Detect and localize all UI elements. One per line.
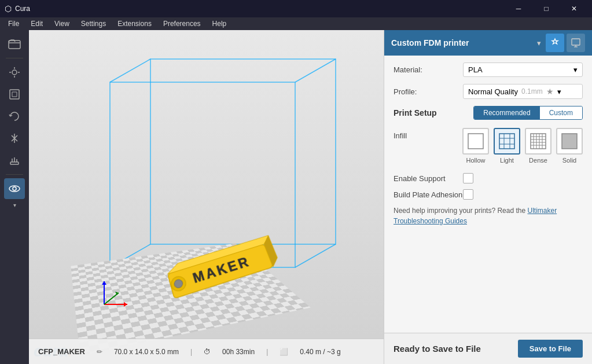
- menu-view[interactable]: View: [49, 19, 75, 29]
- axes-indicator: [98, 275, 133, 312]
- profile-star-icon[interactable]: ★: [546, 87, 554, 96]
- print-setup-header: Print Setup Recommended Custom: [394, 106, 583, 120]
- profile-dropdown-chevron: ▾: [557, 87, 561, 96]
- print-setup-title: Print Setup: [394, 108, 473, 117]
- svg-marker-19: [124, 302, 127, 307]
- bottom-panel: Ready to Save to File Save to File: [384, 333, 592, 364]
- menu-preferences[interactable]: Preferences: [157, 19, 207, 29]
- profile-dropdown[interactable]: Normal Quality 0.1mm ★ ▾: [463, 84, 583, 99]
- printer-settings-icon-btn[interactable]: [546, 34, 564, 52]
- right-panel: Custom FDM printer ▾: [384, 30, 592, 364]
- svg-point-5: [13, 187, 16, 190]
- ready-text: Ready to Save to File: [394, 344, 481, 354]
- svg-rect-25: [468, 134, 483, 149]
- maximize-button[interactable]: □: [533, 0, 560, 17]
- save-to-file-button[interactable]: Save to File: [518, 340, 583, 358]
- toolbar-divider-1: [6, 58, 23, 58]
- svg-line-9: [295, 59, 336, 82]
- toolbar-divider-2: [6, 174, 23, 175]
- svg-rect-3: [10, 162, 19, 164]
- infill-light-icon: [494, 128, 520, 155]
- infill-dense-label: Dense: [529, 157, 547, 164]
- support-tool-button[interactable]: [4, 150, 25, 171]
- material-control: PLA ▾: [463, 62, 583, 77]
- menu-file[interactable]: File: [2, 19, 25, 29]
- infill-option-dense[interactable]: Dense: [525, 128, 551, 164]
- svg-line-8: [110, 59, 150, 82]
- help-text-static: Need help improving your prints? Read th…: [394, 207, 527, 215]
- build-plate-row: Build Plate Adhesion: [394, 189, 583, 200]
- menu-help[interactable]: Help: [207, 19, 233, 29]
- svg-rect-0: [9, 41, 20, 49]
- material-dropdown[interactable]: PLA ▾: [463, 62, 583, 77]
- menubar: File Edit View Settings Extensions Prefe…: [0, 17, 592, 30]
- close-button[interactable]: ✕: [561, 0, 587, 17]
- app-title: Cura: [15, 5, 30, 13]
- svg-marker-20: [102, 281, 106, 285]
- left-toolbar: ▾: [0, 30, 29, 364]
- svg-rect-7: [150, 59, 336, 244]
- minimize-button[interactable]: ─: [505, 0, 532, 17]
- infill-option-solid[interactable]: Solid: [556, 128, 583, 164]
- view-dropdown-button[interactable]: ▾: [4, 200, 25, 209]
- material-row: Material: PLA ▾: [394, 62, 583, 77]
- infill-option-light[interactable]: Light: [494, 128, 520, 164]
- infill-hollow-label: Hollow: [466, 157, 485, 164]
- infill-hollow-icon: [462, 128, 489, 155]
- app-logo-icon: ⬡: [5, 4, 12, 13]
- open-folder-button[interactable]: [4, 34, 25, 54]
- help-text: Need help improving your prints? Read th…: [394, 205, 583, 226]
- printer-dropdown-icon[interactable]: ▾: [537, 39, 541, 47]
- infill-row: Infill Hollow: [394, 128, 583, 164]
- info-separator-1: |: [190, 348, 192, 356]
- profile-row: Profile: Normal Quality 0.1mm ★ ▾: [394, 84, 583, 99]
- printer-header: Custom FDM printer ▾: [384, 30, 592, 56]
- material-value: PLA: [468, 65, 483, 74]
- clock-icon: ⏱: [204, 348, 211, 356]
- bottom-info-bar: CFP_MAKER ✏ 70.0 x 14.0 x 5.0 mm | ⏱ 00h…: [29, 339, 384, 364]
- enable-support-label: Enable Support: [394, 174, 463, 183]
- profile-hint: 0.1mm: [521, 87, 543, 95]
- recommended-tab[interactable]: Recommended: [474, 106, 539, 119]
- viewport: MAKER cura. CFP_MAKER ✏ 70.0 x 14.0 x 5.…: [29, 30, 384, 364]
- infill-option-hollow[interactable]: Hollow: [462, 128, 489, 164]
- printer-name-label: Custom FDM printer: [391, 38, 532, 47]
- infill-label: Infill: [394, 128, 462, 140]
- move-tool-button[interactable]: [4, 62, 25, 83]
- infill-options: Hollow Light: [462, 128, 583, 164]
- scale-tool-button[interactable]: [4, 84, 25, 105]
- filament-icon: ⬜: [280, 348, 288, 356]
- material-label: Material:: [394, 65, 463, 74]
- mirror-tool-button[interactable]: [4, 128, 25, 149]
- titlebar: ⬡ Cura ─ □ ✕: [0, 0, 592, 17]
- menu-extensions[interactable]: Extensions: [112, 19, 157, 29]
- printer-monitor-icon-btn[interactable]: [567, 34, 585, 52]
- svg-rect-22: [572, 39, 580, 45]
- infill-solid-icon: [556, 128, 583, 155]
- enable-support-checkbox[interactable]: [463, 173, 473, 183]
- main-layout: ▾: [0, 30, 592, 364]
- svg-rect-40: [562, 134, 577, 149]
- material-dropdown-chevron: ▾: [573, 65, 578, 74]
- infill-light-label: Light: [500, 157, 514, 164]
- svg-rect-2: [10, 90, 19, 99]
- object-dimensions: 70.0 x 14.0 x 5.0 mm: [114, 348, 179, 356]
- menu-settings[interactable]: Settings: [75, 19, 112, 29]
- print-setup-toggle: Recommended Custom: [473, 106, 583, 120]
- svg-line-10: [295, 244, 336, 267]
- object-name-label: CFP_MAKER: [38, 347, 85, 356]
- svg-line-18: [104, 293, 119, 304]
- svg-point-1: [12, 70, 17, 75]
- build-plate-checkbox[interactable]: [463, 189, 473, 200]
- svg-rect-31: [531, 134, 546, 149]
- menu-edit[interactable]: Edit: [25, 19, 49, 29]
- profile-value: Normal Quality: [468, 87, 518, 96]
- rotate-tool-button[interactable]: [4, 106, 25, 127]
- profile-label: Profile:: [394, 87, 463, 96]
- settings-area: Material: PLA ▾ Profile: Normal Quality …: [384, 56, 592, 333]
- custom-tab[interactable]: Custom: [540, 106, 582, 119]
- edit-icon[interactable]: ✏: [97, 348, 102, 356]
- info-separator-2: |: [266, 348, 268, 356]
- view-mode-button[interactable]: [4, 178, 25, 199]
- print-time: 00h 33min: [222, 348, 255, 356]
